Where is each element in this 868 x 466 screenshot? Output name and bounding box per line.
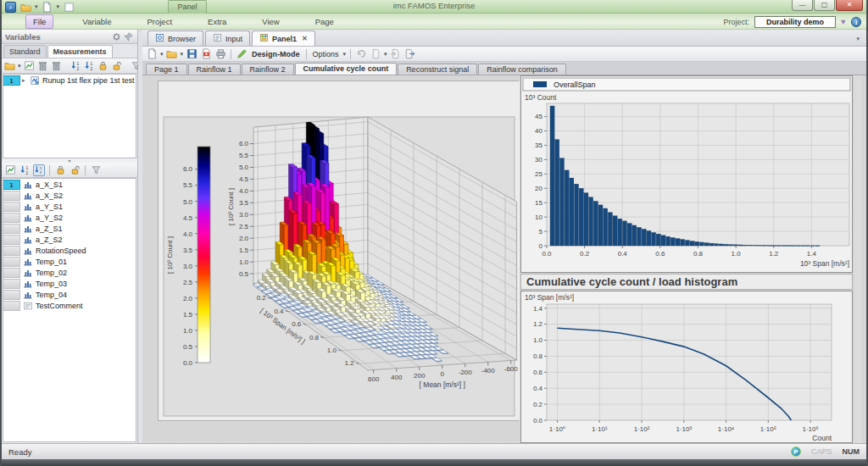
main-area: BrowserInputPanel1✕▾ ▾ ▾ A Design-Mode O… (142, 30, 866, 443)
contextual-tab-panel[interactable]: Panel (168, 0, 207, 14)
chevron-down-icon[interactable]: ▾ (160, 51, 164, 58)
svg-text:40: 40 (535, 127, 542, 135)
variable-name: a_Z_S1 (36, 225, 63, 233)
chart-icon[interactable] (24, 60, 35, 72)
variable-row[interactable]: 1a_X_S1 (3, 179, 136, 190)
sort-desc-icon[interactable]: 12 (33, 164, 45, 176)
svg-text:1·10⁰: 1·10⁰ (549, 425, 565, 433)
tab-measurements[interactable]: Measurements (47, 45, 113, 58)
variable-row[interactable]: a_Y_S2 (3, 212, 136, 223)
lock-icon[interactable] (97, 60, 108, 72)
svg-text:1: 1 (40, 166, 42, 170)
menu-page[interactable]: Page (309, 15, 341, 28)
page-tab-reconstruct-signal[interactable]: Reconstruct signal (398, 64, 477, 75)
minimize-button[interactable]: — (792, 0, 813, 11)
design-mode-button[interactable]: Design-Mode (252, 50, 300, 58)
menu-extra[interactable]: Extra (201, 15, 233, 28)
project-area: Project: Durability demo ♥ i (724, 14, 861, 29)
gear-icon[interactable] (110, 31, 122, 42)
chevron-down-icon[interactable]: ▾ (18, 63, 21, 69)
sort-desc-icon[interactable]: 12 (84, 60, 95, 72)
variable-row[interactable]: a_Y_S1 (3, 201, 136, 212)
variable-row[interactable]: Temp_03 (3, 278, 136, 289)
pin-icon[interactable] (122, 31, 134, 42)
variable-row[interactable]: a_Z_S2 (3, 234, 136, 245)
page-tab-rainflow-comparison[interactable]: Rainflow comparison (478, 64, 566, 75)
chevron-down-icon[interactable]: ▾ (181, 51, 184, 58)
chevron-down-icon[interactable]: ▾ (343, 51, 347, 58)
variable-row[interactable]: Temp_01 (3, 256, 136, 267)
open-icon[interactable] (166, 48, 178, 60)
menu-view[interactable]: View (255, 15, 286, 28)
import-page-icon[interactable] (390, 48, 402, 60)
variable-row[interactable]: Temp_02 (3, 267, 136, 278)
measurement-row[interactable]: 1▸Runup 1st flex pipe 1st test (3, 75, 136, 86)
sort-asc-icon[interactable]: 12 (70, 60, 81, 72)
svg-text:1.5: 1.5 (183, 311, 193, 319)
doc-tab-browser[interactable]: Browser (147, 31, 203, 46)
sort-asc-icon[interactable]: 12 (19, 164, 31, 176)
trash-icon[interactable] (37, 60, 48, 72)
variable-row[interactable]: a_X_S2 (3, 190, 136, 201)
page-tab-cumulative-cycle-count[interactable]: Cumulative cycle count (295, 63, 398, 75)
lock-icon[interactable] (54, 164, 66, 176)
save-icon[interactable] (186, 48, 198, 60)
project-value[interactable]: Durability demo (754, 16, 836, 28)
wave-icon (22, 235, 33, 245)
svg-text:45: 45 (535, 113, 542, 120)
doc-tab-label: Input (225, 35, 242, 43)
document-tabs: BrowserInputPanel1✕▾ (142, 30, 866, 47)
trash-all-icon[interactable] (51, 60, 62, 72)
svg-text:1.0: 1.0 (327, 347, 337, 354)
variable-row[interactable]: Temp_04 (3, 289, 136, 300)
variable-row[interactable]: RotationSpeed (3, 245, 136, 256)
favorite-icon[interactable]: ♥ (841, 17, 846, 26)
page-tab-rainflow-1[interactable]: Rainflow 1 (188, 64, 241, 75)
unlock-icon[interactable] (69, 164, 81, 176)
doc-tab-panel1[interactable]: Panel1✕ (252, 31, 315, 46)
doc-tab-input[interactable]: Input (205, 31, 250, 46)
variable-name: a_Y_S2 (36, 214, 63, 222)
cumulative-curve-widget[interactable]: 10³ Span [m/s²]0.00.20.40.60.81.01.21.41… (520, 291, 853, 443)
variable-row[interactable]: a_Z_S1 (3, 223, 136, 234)
design-mode-icon[interactable] (236, 48, 248, 60)
svg-text:1.4: 1.4 (807, 250, 817, 258)
export-page-icon[interactable] (404, 48, 416, 60)
menu-variable[interactable]: Variable (75, 15, 118, 28)
print-icon[interactable] (214, 48, 226, 60)
info-icon[interactable]: i (851, 17, 861, 27)
new-panel-icon[interactable] (146, 48, 158, 60)
overallspan-histogram-widget[interactable]: OverallSpan10³ Count0510152025303540450.… (520, 75, 853, 273)
svg-text:2: 2 (25, 171, 28, 175)
unlock-icon[interactable] (111, 60, 122, 72)
expand-icon[interactable]: ▸ (22, 77, 29, 84)
measurements-toolbar: ▾ 12 12 (2, 58, 137, 74)
page-icon[interactable] (370, 48, 381, 60)
menu-file[interactable]: File (25, 14, 53, 29)
panel-toolbar: ▾ ▾ A Design-Mode Options ▾ ▾ (142, 47, 866, 62)
maximize-button[interactable]: ▢ (814, 0, 835, 11)
svg-text:3.0: 3.0 (183, 263, 193, 270)
variable-row[interactable]: TestComment (3, 300, 136, 311)
chart-icon[interactable] (4, 164, 16, 176)
svg-text:1.0: 1.0 (239, 258, 249, 266)
svg-text:A: A (205, 52, 208, 56)
tab-standard[interactable]: Standard (3, 45, 47, 58)
row-index (3, 268, 20, 278)
chevron-down-icon[interactable]: ▾ (384, 51, 387, 58)
svg-text:4.5: 4.5 (183, 214, 193, 222)
tab-list-chevron-icon[interactable]: ▾ (856, 36, 860, 42)
close-tab-icon[interactable]: ✕ (302, 35, 308, 42)
page-tab-rainflow-2[interactable]: Rainflow 2 (242, 64, 294, 75)
variables-panel-header: Variables (2, 30, 137, 44)
3d-histogram-widget[interactable]: 0.00.51.01.52.02.53.03.54.04.55.05.56.0[… (158, 80, 519, 421)
filter-icon[interactable] (90, 164, 102, 176)
menu-project[interactable]: Project (140, 15, 179, 28)
undo-icon[interactable] (355, 48, 367, 60)
svg-text:Count: Count (812, 434, 832, 442)
options-button[interactable]: Options (313, 50, 339, 58)
close-button[interactable]: ✕ (836, 0, 863, 11)
pdf-export-icon[interactable]: A (200, 48, 212, 60)
page-tab-page-1[interactable]: Page 1 (146, 64, 187, 75)
folder-icon[interactable] (4, 60, 15, 72)
